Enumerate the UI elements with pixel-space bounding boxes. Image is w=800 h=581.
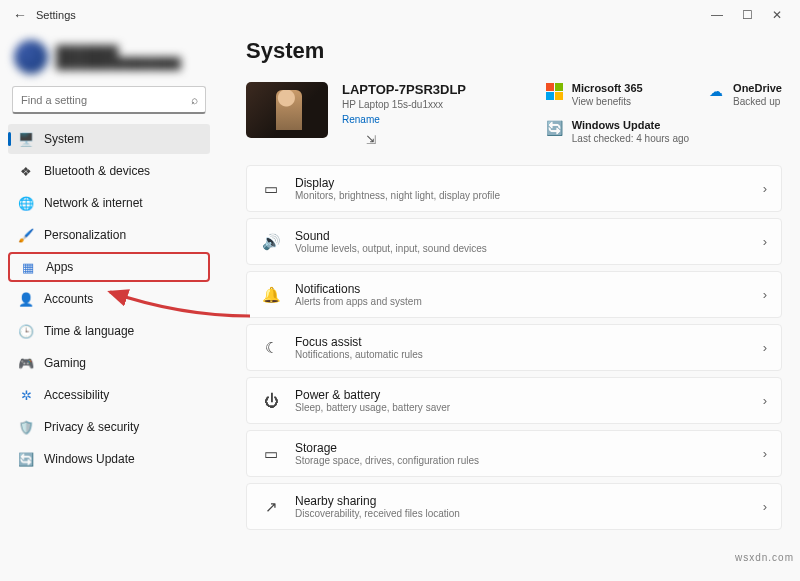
sidebar-item-label: Privacy & security bbox=[44, 420, 139, 434]
windows-update-icon: 🔄 bbox=[18, 451, 34, 467]
sidebar-item-label: Gaming bbox=[44, 356, 86, 370]
sidebar-item-accounts[interactable]: 👤Accounts bbox=[8, 284, 210, 314]
chevron-right-icon: › bbox=[763, 181, 767, 196]
privacy-security-icon: 🛡️ bbox=[18, 419, 34, 435]
card-nearby-sharing[interactable]: ↗Nearby sharingDiscoverability, received… bbox=[246, 483, 782, 530]
account-name: ████████ bbox=[56, 45, 181, 57]
sidebar-item-privacy-security[interactable]: 🛡️Privacy & security bbox=[8, 412, 210, 442]
back-button[interactable]: ← bbox=[8, 7, 32, 23]
sidebar-item-label: System bbox=[44, 132, 84, 146]
sidebar-item-gaming[interactable]: 🎮Gaming bbox=[8, 348, 210, 378]
display-icon: ▭ bbox=[261, 180, 281, 198]
close-button[interactable]: ✕ bbox=[762, 8, 792, 22]
hero: LAPTOP-7PSR3DLP HP Laptop 15s-du1xxx Ren… bbox=[246, 82, 782, 147]
main-content: System LAPTOP-7PSR3DLP HP Laptop 15s-du1… bbox=[218, 30, 800, 581]
sidebar-item-accessibility[interactable]: ✲Accessibility bbox=[8, 380, 210, 410]
card-sound[interactable]: 🔊SoundVolume levels, output, input, soun… bbox=[246, 218, 782, 265]
cloud-icon: ☁ bbox=[707, 82, 725, 100]
card-storage[interactable]: ▭StorageStorage space, drives, configura… bbox=[246, 430, 782, 477]
sidebar-item-label: Bluetooth & devices bbox=[44, 164, 150, 178]
watermark: wsxdn.com bbox=[735, 552, 794, 563]
nav-list: 🖥️System❖Bluetooth & devices🌐Network & i… bbox=[8, 124, 210, 474]
apps-icon: ▦ bbox=[20, 259, 36, 275]
account-email: ████████████████ bbox=[56, 57, 181, 69]
accessibility-icon: ✲ bbox=[18, 387, 34, 403]
update-icon: 🔄 bbox=[546, 119, 564, 137]
minimize-button[interactable]: — bbox=[702, 8, 732, 22]
device-model: HP Laptop 15s-du1xxx bbox=[342, 99, 466, 110]
card-notifications[interactable]: 🔔NotificationsAlerts from apps and syste… bbox=[246, 271, 782, 318]
sidebar-item-label: Accounts bbox=[44, 292, 93, 306]
search-input[interactable] bbox=[12, 86, 206, 114]
power-battery-icon: ⏻ bbox=[261, 392, 281, 409]
chevron-right-icon: › bbox=[763, 287, 767, 302]
accounts-icon: 👤 bbox=[18, 291, 34, 307]
chevron-right-icon: › bbox=[763, 340, 767, 355]
sidebar-item-bluetooth-devices[interactable]: ❖Bluetooth & devices bbox=[8, 156, 210, 186]
nearby-sharing-icon: ↗ bbox=[261, 498, 281, 516]
settings-cards: ▭DisplayMonitors, brightness, night ligh… bbox=[246, 165, 782, 530]
sidebar-item-label: Time & language bbox=[44, 324, 134, 338]
notifications-icon: 🔔 bbox=[261, 286, 281, 304]
titlebar: ← Settings — ☐ ✕ bbox=[0, 0, 800, 30]
personalization-icon: 🖌️ bbox=[18, 227, 34, 243]
maximize-button[interactable]: ☐ bbox=[732, 8, 762, 22]
sidebar-item-time-language[interactable]: 🕒Time & language bbox=[8, 316, 210, 346]
focus-assist-icon: ☾ bbox=[261, 339, 281, 357]
sidebar-item-label: Personalization bbox=[44, 228, 126, 242]
chevron-right-icon: › bbox=[763, 234, 767, 249]
storage-icon: ▭ bbox=[261, 445, 281, 463]
chevron-right-icon: › bbox=[763, 393, 767, 408]
chevron-right-icon: › bbox=[763, 499, 767, 514]
search-icon: ⌕ bbox=[191, 93, 198, 107]
card-focus-assist[interactable]: ☾Focus assistNotifications, automatic ru… bbox=[246, 324, 782, 371]
sidebar-item-network-internet[interactable]: 🌐Network & internet bbox=[8, 188, 210, 218]
time-language-icon: 🕒 bbox=[18, 323, 34, 339]
hero-card-windows-update[interactable]: 🔄Windows UpdateLast checked: 4 hours ago bbox=[546, 119, 689, 148]
sidebar-item-apps[interactable]: ▦Apps bbox=[8, 252, 210, 282]
sidebar-item-label: Network & internet bbox=[44, 196, 143, 210]
hero-card-microsoft-[interactable]: Microsoft 365View benefits bbox=[546, 82, 689, 111]
sidebar-item-windows-update[interactable]: 🔄Windows Update bbox=[8, 444, 210, 474]
hero-card-onedrive[interactable]: ☁OneDriveBacked up bbox=[707, 82, 782, 111]
page-title: System bbox=[246, 38, 782, 64]
sidebar-item-personalization[interactable]: 🖌️Personalization bbox=[8, 220, 210, 250]
avatar bbox=[14, 40, 48, 74]
sidebar-item-label: Apps bbox=[46, 260, 73, 274]
sidebar: ████████ ████████████████ ⌕ 🖥️System❖Blu… bbox=[0, 30, 218, 581]
card-power-battery[interactable]: ⏻Power & batterySleep, battery usage, ba… bbox=[246, 377, 782, 424]
sidebar-item-system[interactable]: 🖥️System bbox=[8, 124, 210, 154]
sound-icon: 🔊 bbox=[261, 233, 281, 251]
sidebar-item-label: Windows Update bbox=[44, 452, 135, 466]
account-block[interactable]: ████████ ████████████████ bbox=[8, 36, 210, 84]
chevron-right-icon: › bbox=[763, 446, 767, 461]
system-icon: 🖥️ bbox=[18, 131, 34, 147]
gaming-icon: 🎮 bbox=[18, 355, 34, 371]
device-name: LAPTOP-7PSR3DLP bbox=[342, 82, 466, 97]
ms-icon bbox=[546, 82, 564, 100]
window-title: Settings bbox=[36, 9, 76, 21]
bluetooth-devices-icon: ❖ bbox=[18, 163, 34, 179]
link-icon: ⇲ bbox=[366, 133, 466, 147]
rename-link[interactable]: Rename bbox=[342, 114, 466, 125]
card-display[interactable]: ▭DisplayMonitors, brightness, night ligh… bbox=[246, 165, 782, 212]
device-image bbox=[246, 82, 328, 138]
network-internet-icon: 🌐 bbox=[18, 195, 34, 211]
sidebar-item-label: Accessibility bbox=[44, 388, 109, 402]
